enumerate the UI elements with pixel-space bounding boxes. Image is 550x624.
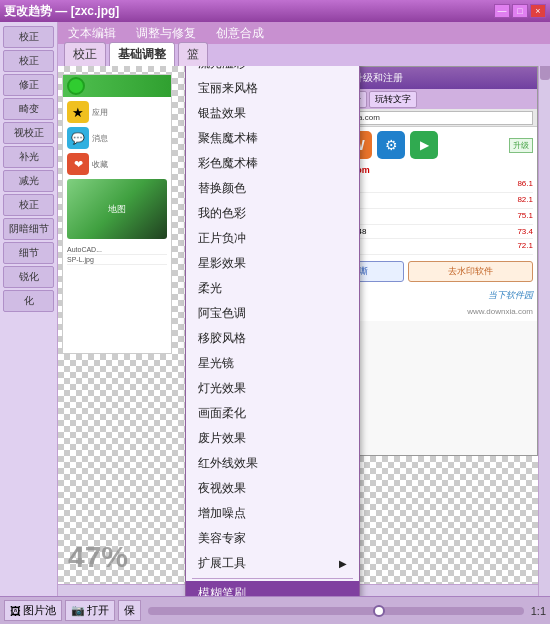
slider-thumb[interactable] [373, 605, 385, 617]
autocad-row-1: AutoCAD... [67, 245, 167, 255]
red-icon: ❤ [67, 153, 89, 175]
tab-correction[interactable]: 校正 [64, 42, 106, 66]
ctx-item-rouguang[interactable]: 柔光 [186, 276, 359, 301]
ctx-item-kuozhan[interactable]: 扩展工具 [186, 551, 359, 576]
left-btn-6[interactable]: 补光 [3, 146, 54, 168]
ctx-label-huamian: 画面柔化 [198, 405, 246, 422]
preview-row-2-text: 消息 [92, 133, 108, 144]
ctx-label-abao: 阿宝色调 [198, 305, 246, 322]
menu-bar: 文本编辑 调整与修复 创意合成 [58, 22, 550, 44]
camera-icon: 📷 [71, 604, 85, 617]
left-btn-9[interactable]: 阴暗细节 [3, 218, 54, 240]
ctx-item-wode[interactable]: 我的色彩 [186, 201, 359, 226]
left-btn-1[interactable]: 校正 [3, 26, 54, 48]
dl-num-2: 82.1 [517, 195, 533, 206]
ctx-label-dengguang: 灯光效果 [198, 380, 246, 397]
zoom-label: 47% [68, 540, 128, 574]
title-bar: 更改趋势 — [zxc.jpg] — □ × [0, 0, 550, 22]
menu-adjust[interactable]: 调整与修复 [132, 23, 200, 44]
minimize-button[interactable]: — [494, 4, 510, 18]
folder-icon: 🖼 [10, 605, 21, 617]
ctx-label-yinyan: 银盐效果 [198, 105, 246, 122]
left-btn-7[interactable]: 减光 [3, 170, 54, 192]
app-icon-gear: ⚙ [377, 131, 405, 159]
left-btn-5[interactable]: 视校正 [3, 122, 54, 144]
statusbar-open-label: 打开 [87, 603, 109, 618]
ctx-item-zaodian[interactable]: 增加噪点 [186, 501, 359, 526]
watermark-text: 当下软件园 [488, 290, 533, 300]
ctx-label-kuozhan: 扩展工具 [198, 555, 246, 572]
preview-row-3-text: 收藏 [92, 159, 108, 170]
left-btn-2[interactable]: 校正 [3, 50, 54, 72]
ctx-item-yeshi[interactable]: 夜视效果 [186, 476, 359, 501]
ctx-label-yeshi: 夜视效果 [198, 480, 246, 497]
tab-basket[interactable]: 篮 [178, 42, 208, 66]
tab-basic-adjust[interactable]: 基础调整 [109, 42, 175, 66]
ctx-item-yijiao[interactable]: 移胶风格 [186, 326, 359, 351]
ctx-item-yinyan[interactable]: 银盐效果 [186, 101, 359, 126]
context-menu: 金秋效果（水印金辉） 晚霞效果 流光溢彩 宝丽来风格 银盐效果 聚焦魔术棒 彩色… [185, 0, 360, 624]
ctx-label-meirong: 美容专家 [198, 530, 246, 547]
app-icon-green: ▶ [410, 131, 438, 159]
left-btn-11[interactable]: 锐化 [3, 266, 54, 288]
ctx-item-baoli[interactable]: 宝丽来风格 [186, 76, 359, 101]
left-btn-8[interactable]: 校正 [3, 194, 54, 216]
ctx-item-abao[interactable]: 阿宝色调 [186, 301, 359, 326]
left-btn-4[interactable]: 畸变 [3, 98, 54, 120]
menu-creative[interactable]: 创意合成 [212, 23, 268, 44]
ctx-item-dengguang[interactable]: 灯光效果 [186, 376, 359, 401]
title-controls: — □ × [494, 4, 546, 18]
right-scrollbar[interactable] [538, 48, 550, 596]
ctx-label-jujiaomagic: 聚焦魔术棒 [198, 130, 258, 147]
close-button[interactable]: × [530, 4, 546, 18]
maximize-button[interactable]: □ [512, 4, 528, 18]
ctx-label-xingjing: 星光镜 [198, 355, 234, 372]
ctx-separator-1 [192, 578, 353, 579]
statusbar-photopool-btn[interactable]: 🖼 图片池 [4, 600, 62, 621]
left-btn-3[interactable]: 修正 [3, 74, 54, 96]
menu-text-edit[interactable]: 文本编辑 [64, 23, 120, 44]
ctx-item-tihuan[interactable]: 替换颜色 [186, 176, 359, 201]
chat-icon: 💬 [67, 127, 89, 149]
dl-num-5: 72.1 [517, 241, 533, 252]
ctx-label-yijiao: 移胶风格 [198, 330, 246, 347]
ctx-label-rouguang: 柔光 [198, 280, 222, 297]
ctx-item-xingying[interactable]: 星影效果 [186, 251, 359, 276]
ctx-label-baoli: 宝丽来风格 [198, 80, 258, 97]
ctx-label-tihuan: 替换颜色 [198, 180, 246, 197]
ctx-item-meirong[interactable]: 美容专家 [186, 526, 359, 551]
preview-row-2: 💬 消息 [67, 127, 167, 149]
statusbar-photopool-label: 图片池 [23, 603, 56, 618]
ctx-label-caimagic: 彩色魔术棒 [198, 155, 258, 172]
ctx-label-zhengpian: 正片负冲 [198, 230, 246, 247]
preview-row-1: ★ 应用 [67, 101, 167, 123]
preview-row-3: ❤ 收藏 [67, 153, 167, 175]
star-icon: ★ [67, 101, 89, 123]
ctx-label-feipian: 废片效果 [198, 430, 246, 447]
left-panel: 校正 校正 修正 畸变 视校正 补光 减光 校正 阴暗细节 细节 锐化 化 [0, 22, 58, 596]
ctx-item-jujiaomagic[interactable]: 聚焦魔术棒 [186, 126, 359, 151]
upgrade-badge: 升级 [509, 138, 533, 153]
ctx-label-xingying: 星影效果 [198, 255, 246, 272]
autocad-rows: AutoCAD... SP-L.jpg [67, 245, 167, 265]
screenshot-tab-3[interactable]: 玩转文字 [369, 91, 417, 108]
autocad-row-2: SP-L.jpg [67, 255, 167, 265]
title-text: 更改趋势 — [zxc.jpg] [4, 3, 119, 20]
dl-num-3: 75.1 [517, 211, 533, 222]
watermark-url: www.downxia.com [467, 307, 533, 316]
left-btn-12[interactable]: 化 [3, 290, 54, 312]
left-btn-10[interactable]: 细节 [3, 242, 54, 264]
ctx-item-feipian[interactable]: 废片效果 [186, 426, 359, 451]
ctx-item-huamian[interactable]: 画面柔化 [186, 401, 359, 426]
ctx-item-caimagic[interactable]: 彩色魔术棒 [186, 151, 359, 176]
statusbar-save-btn[interactable]: 保 [118, 600, 141, 621]
status-ratio: 1:1 [531, 605, 546, 617]
map-placeholder: 地图 [67, 179, 167, 239]
statusbar-open-btn[interactable]: 📷 打开 [65, 600, 115, 621]
ctx-item-zhengpian[interactable]: 正片负冲 [186, 226, 359, 251]
ctx-item-hongwai[interactable]: 红外线效果 [186, 451, 359, 476]
ctx-item-xingjing[interactable]: 星光镜 [186, 351, 359, 376]
status-slider[interactable] [148, 607, 524, 615]
preview-content: ★ 应用 💬 消息 ❤ 收藏 地图 AutoCAD... SP-L.jpg [63, 97, 171, 269]
green-logo-circle [67, 77, 85, 95]
